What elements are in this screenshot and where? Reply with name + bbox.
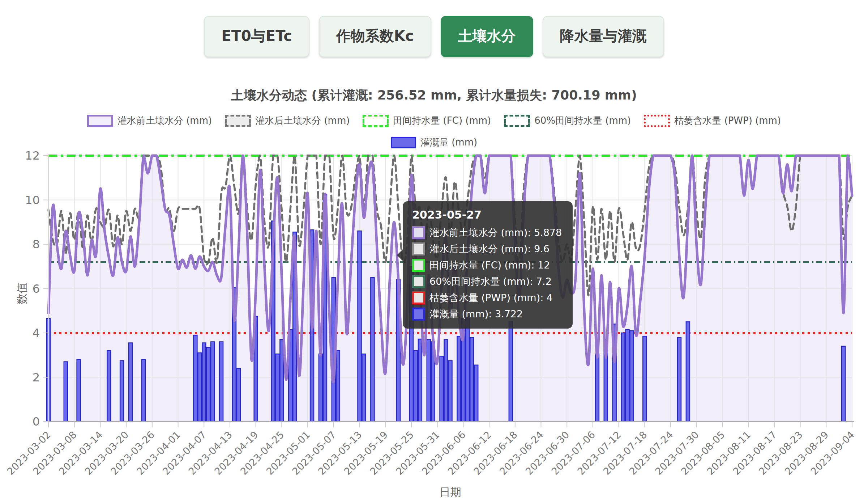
irrigation-bar[interactable] [362, 354, 365, 422]
irrigation-bar[interactable] [643, 336, 646, 422]
irrigation-bar[interactable] [595, 354, 599, 422]
irrigation-bar[interactable] [440, 356, 444, 422]
tooltip-pre-irrigation-swatch-icon [412, 226, 425, 239]
y-tick-label: 0 [33, 415, 40, 428]
irrigation-bar[interactable] [319, 354, 322, 422]
x-axis-title: 日期 [48, 485, 852, 500]
tooltip-row-text: 灌水前土壤水分 (mm): 5.878 [429, 226, 562, 239]
y-tick-label: 10 [25, 193, 40, 207]
irrigation-bar[interactable] [64, 362, 68, 422]
tooltip-fc60-swatch-icon [412, 275, 425, 288]
irrigation-bar[interactable] [193, 335, 197, 422]
tooltip-row: 灌水前土壤水分 (mm): 5.878 [412, 226, 562, 239]
soil-moisture-dashboard: ET0与ETc 作物系数Kc 土壤水分 降水量与灌溉 土壤水分动态 (累计灌溉:… [0, 0, 868, 503]
y-tick-label: 6 [33, 282, 40, 296]
irrigation-bar[interactable] [444, 339, 448, 422]
tooltip-row-text: 枯萎含水量 (PWP) (mm): 4 [429, 291, 553, 304]
tooltip-row-text: 田间持水量 (FC) (mm): 12 [429, 259, 550, 272]
irrigation-bar[interactable] [509, 322, 513, 422]
y-tick-label: 8 [33, 237, 40, 251]
tooltip-row: 60%田间持水量 (mm): 7.2 [412, 275, 562, 288]
irrigation-bar[interactable] [621, 333, 625, 422]
irrigation-bar[interactable] [107, 351, 111, 422]
tooltip-row-text: 灌水后土壤水分 (mm): 9.6 [429, 242, 550, 255]
tooltip-field-capacity-swatch-icon [412, 259, 425, 272]
tooltip-row: 田间持水量 (FC) (mm): 12 [412, 259, 562, 272]
irrigation-bar[interactable] [470, 337, 474, 422]
irrigation-bar[interactable] [466, 316, 469, 422]
irrigation-bar[interactable] [449, 361, 452, 422]
irrigation-bar[interactable] [418, 339, 422, 422]
irrigation-bar[interactable] [630, 331, 633, 422]
y-tick-label: 12 [25, 149, 40, 162]
irrigation-bar[interactable] [211, 342, 214, 422]
irrigation-bar[interactable] [219, 342, 223, 422]
irrigation-bar[interactable] [336, 351, 340, 422]
irrigation-bar[interactable] [275, 354, 279, 422]
tooltip-date: 2023-05-27 [412, 208, 562, 221]
irrigation-bar[interactable] [198, 353, 201, 422]
chart-tooltip: 2023-05-27 灌水前土壤水分 (mm): 5.878 灌水后土壤水分 (… [403, 201, 573, 329]
irrigation-bar[interactable] [474, 365, 478, 422]
irrigation-bar[interactable] [358, 231, 362, 422]
irrigation-bar[interactable] [371, 278, 374, 422]
y-tick-label: 4 [33, 326, 40, 340]
irrigation-bar[interactable] [202, 343, 206, 422]
tooltip-row-text: 60%田间持水量 (mm): 7.2 [429, 275, 552, 288]
y-tick-label: 2 [33, 371, 40, 384]
irrigation-bar[interactable] [686, 322, 690, 422]
tooltip-row: 枯萎含水量 (PWP) (mm): 4 [412, 291, 562, 304]
irrigation-bar[interactable] [129, 343, 132, 422]
irrigation-bar[interactable] [842, 346, 845, 422]
irrigation-bar[interactable] [280, 339, 283, 422]
irrigation-bar[interactable] [626, 330, 629, 422]
irrigation-bar[interactable] [677, 337, 681, 422]
tooltip-irrigation-swatch-icon [412, 308, 425, 321]
irrigation-bar[interactable] [142, 360, 145, 422]
tooltip-wilting-point-swatch-icon [412, 291, 425, 304]
tooltip-row: 灌水后土壤水分 (mm): 9.6 [412, 242, 562, 255]
tooltip-post-irrigation-swatch-icon [412, 242, 425, 255]
tooltip-row: 灌溉量 (mm): 3.722 [412, 308, 562, 321]
irrigation-bar[interactable] [457, 336, 461, 422]
irrigation-bar[interactable] [120, 361, 124, 422]
y-axis-title: 数值 [14, 266, 30, 321]
irrigation-bar[interactable] [414, 351, 418, 422]
tooltip-caret-icon [397, 249, 403, 261]
irrigation-bar[interactable] [206, 347, 210, 422]
irrigation-bar[interactable] [427, 339, 431, 422]
irrigation-bar[interactable] [77, 360, 81, 422]
irrigation-bar[interactable] [237, 368, 240, 422]
tooltip-row-text: 灌溉量 (mm): 3.722 [429, 308, 523, 321]
